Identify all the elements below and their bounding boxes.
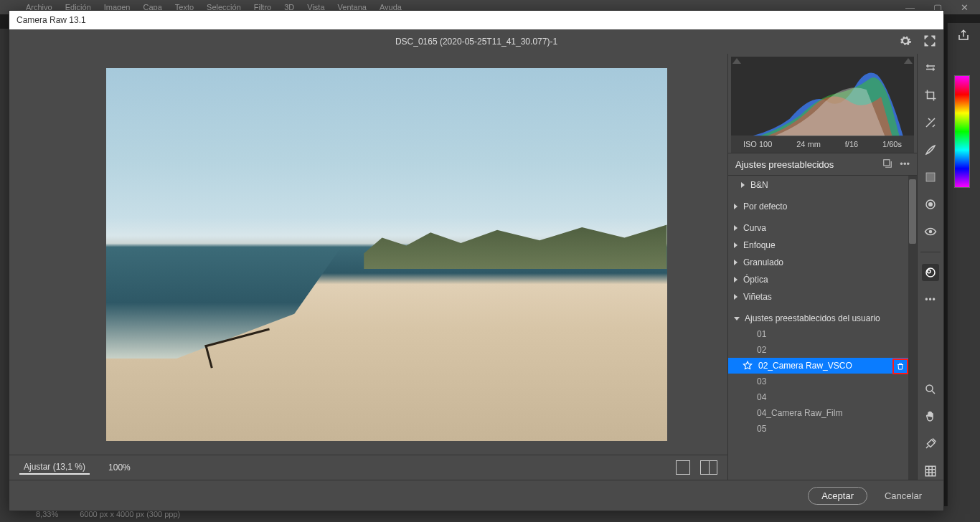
cr-tool-strip: ••• xyxy=(917,54,943,480)
more-icon[interactable]: ••• xyxy=(900,158,910,171)
group-bn[interactable]: B&N xyxy=(728,177,917,193)
chevron-right-icon xyxy=(734,242,738,248)
presets-tool-icon[interactable] xyxy=(922,264,939,281)
before-view-icon[interactable] xyxy=(676,460,690,475)
cancel-button[interactable]: Cancelar xyxy=(885,490,922,501)
color-spectrum[interactable] xyxy=(954,75,970,188)
group-por-defecto[interactable]: Por defecto xyxy=(728,199,917,214)
presets-panel-title: Ajustes preestablecidos xyxy=(735,159,834,170)
chevron-right-icon xyxy=(734,260,738,265)
presets-tree: B&N Por defecto Curva Enfoque Granulado … xyxy=(728,176,917,480)
cr-footer: Aceptar Cancelar xyxy=(9,480,943,511)
star-icon[interactable] xyxy=(743,361,753,371)
preset-03[interactable]: 03 xyxy=(728,374,917,389)
svg-rect-1 xyxy=(926,173,935,181)
more-tool-icon[interactable]: ••• xyxy=(922,291,939,308)
gradient-tool-icon[interactable] xyxy=(922,169,939,186)
preset-02[interactable]: 02 xyxy=(728,342,917,358)
preset-02-camera-raw-vsco[interactable]: 02_Camera Raw_VSCO xyxy=(728,358,917,374)
chevron-right-icon xyxy=(741,182,745,188)
camera-raw-window: Camera Raw 13.1 DSC_0165 (2020-05-25T11_… xyxy=(9,10,944,511)
svg-point-4 xyxy=(930,231,932,233)
zoom-fit[interactable]: Ajustar (13,1 %) xyxy=(19,460,90,475)
delete-preset-button[interactable] xyxy=(892,359,908,374)
brush-tool-icon[interactable] xyxy=(922,141,939,158)
redeye-tool-icon[interactable] xyxy=(922,223,939,240)
svg-rect-8 xyxy=(925,466,936,476)
chevron-right-icon xyxy=(734,204,738,209)
cr-image-preview xyxy=(106,68,667,441)
chevron-right-icon xyxy=(734,277,738,283)
group-enfoque[interactable]: Enfoque xyxy=(728,237,917,253)
cr-title: Camera Raw 13.1 xyxy=(17,15,86,25)
heal-tool-icon[interactable] xyxy=(922,114,939,131)
zoom-100[interactable]: 100% xyxy=(104,461,135,474)
cr-titlebar: Camera Raw 13.1 xyxy=(9,11,943,29)
preset-05[interactable]: 05 xyxy=(728,421,917,437)
crop-tool-icon[interactable] xyxy=(922,87,939,104)
radial-tool-icon[interactable] xyxy=(922,196,939,213)
svg-point-6 xyxy=(928,270,931,273)
exif-focal: 24 mm xyxy=(796,140,821,148)
presets-scrollbar[interactable] xyxy=(908,176,917,480)
sampler-tool-icon[interactable] xyxy=(922,435,939,452)
preset-04[interactable]: 04 xyxy=(728,389,917,405)
exif-aperture: f/16 xyxy=(845,140,858,148)
preset-01[interactable]: 01 xyxy=(728,326,917,342)
window-close-icon[interactable]: ✕ xyxy=(956,2,973,13)
group-curva[interactable]: Curva xyxy=(728,220,917,236)
accept-button[interactable]: Aceptar xyxy=(808,487,867,505)
fullscreen-icon[interactable] xyxy=(923,34,936,49)
chevron-down-icon xyxy=(734,317,740,321)
hand-tool-icon[interactable] xyxy=(922,408,939,425)
new-preset-icon[interactable] xyxy=(882,158,892,171)
presets-panel-header: Ajustes preestablecidos ••• xyxy=(728,153,917,176)
group-granulado[interactable]: Granulado xyxy=(728,255,917,270)
svg-point-3 xyxy=(929,203,933,207)
svg-point-7 xyxy=(926,385,933,392)
compare-view-icon[interactable] xyxy=(700,460,717,475)
group-vinetas[interactable]: Viñetas xyxy=(728,289,917,305)
cr-canvas[interactable] xyxy=(9,54,727,455)
share-icon[interactable] xyxy=(956,27,971,43)
settings-icon[interactable] xyxy=(899,34,912,49)
cr-bottombar: Ajustar (13,1 %) 100% xyxy=(9,455,727,480)
zoom-tool-icon[interactable] xyxy=(922,381,939,398)
histogram[interactable] xyxy=(731,57,914,136)
exif-iso: ISO 100 xyxy=(743,140,772,148)
group-optica[interactable]: Óptica xyxy=(728,272,917,288)
svg-rect-0 xyxy=(884,159,890,165)
grid-tool-icon[interactable] xyxy=(922,462,939,480)
preset-04-camera-raw-film[interactable]: 04_Camera Raw_Film xyxy=(728,405,917,421)
cr-filename: DSC_0165 (2020-05-25T11_41_30.077)-1 xyxy=(395,37,557,47)
exif-shutter: 1/60s xyxy=(882,140,902,148)
chevron-right-icon xyxy=(734,294,738,300)
group-user-presets[interactable]: Ajustes preestablecidos del usuario xyxy=(728,310,917,326)
edit-tool-icon[interactable] xyxy=(922,60,939,77)
chevron-right-icon xyxy=(734,225,738,231)
exif-row: ISO 100 24 mm f/16 1/60s xyxy=(731,136,914,153)
cr-header: DSC_0165 (2020-05-25T11_41_30.077)-1 xyxy=(9,29,943,54)
